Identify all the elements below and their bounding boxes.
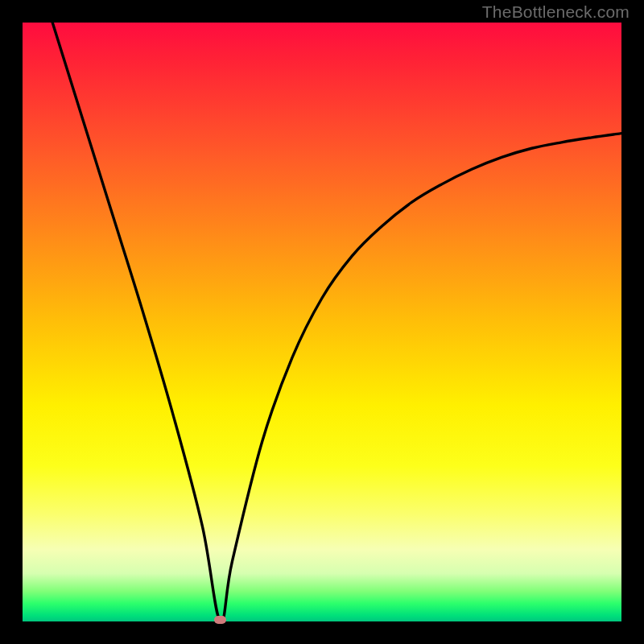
chart-frame: TheBottleneck.com	[0, 0, 644, 644]
optimal-marker	[214, 616, 226, 624]
plot-area	[23, 23, 621, 621]
watermark-text: TheBottleneck.com	[482, 2, 630, 22]
bottleneck-curve	[23, 23, 621, 621]
